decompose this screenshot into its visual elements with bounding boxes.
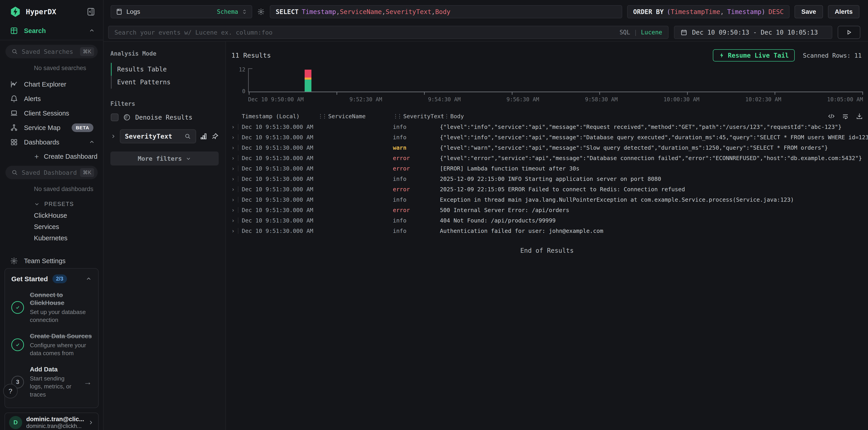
- chevron-right-icon: ›: [231, 155, 235, 161]
- sidebar-item-team-settings[interactable]: Team Settings: [0, 254, 103, 268]
- row-expander[interactable]: ›: [226, 155, 242, 161]
- cell-severity: warn: [393, 144, 440, 151]
- drag-handle-icon[interactable]: ⋮⋮: [393, 113, 401, 119]
- drag-handle-icon[interactable]: ⋮⋮: [440, 113, 448, 119]
- drag-handle-icon[interactable]: ⋮⋮: [318, 113, 326, 119]
- event-search-input[interactable]: [115, 29, 615, 36]
- row-expander[interactable]: ›: [226, 186, 242, 193]
- filters-label: Filters: [111, 100, 219, 107]
- check-circle-icon: [11, 338, 24, 351]
- create-dashboard-button[interactable]: + Create Dashboard: [0, 150, 103, 163]
- denoise-checkbox[interactable]: [111, 113, 119, 121]
- column-header-timestamp[interactable]: Timestamp (Local): [242, 113, 318, 120]
- step-title: Add Data: [30, 365, 76, 373]
- cell-body: {"level":"info","service":"api","message…: [440, 124, 868, 130]
- collapse-sidebar-icon[interactable]: [86, 7, 95, 17]
- table-row[interactable]: ›Dec 10 9:51:30.000 AMerror{"level":"err…: [226, 153, 868, 163]
- table-row[interactable]: ›Dec 10 9:51:30.000 AMwarn{"level":"warn…: [226, 142, 868, 153]
- row-expander[interactable]: ›: [226, 207, 242, 213]
- source-select[interactable]: Logs Schema: [111, 5, 252, 18]
- saved-dashboards-input[interactable]: [22, 169, 76, 176]
- chevron-up-icon[interactable]: [89, 139, 95, 145]
- wrap-text-icon[interactable]: [842, 112, 849, 120]
- run-query-button[interactable]: [838, 26, 860, 39]
- pin-icon[interactable]: [211, 132, 219, 140]
- date-range-picker[interactable]: Dec 10 09:50:13 - Dec 10 10:05:13: [674, 26, 832, 39]
- alerts-button[interactable]: Alerts: [828, 5, 859, 18]
- search-icon: [11, 48, 18, 55]
- order-by-input[interactable]: ORDER BY(TimestampTime,Timestamp)DESC: [627, 5, 789, 18]
- sidebar-item-service-map[interactable]: Service Map BETA: [0, 121, 103, 135]
- row-expander[interactable]: ›: [226, 134, 242, 141]
- mode-event-patterns[interactable]: Event Patterns: [111, 76, 219, 89]
- table-row[interactable]: ›Dec 10 9:51:30.000 AMinfoException in t…: [226, 194, 868, 205]
- download-icon[interactable]: [856, 112, 863, 120]
- table-row[interactable]: ›Dec 10 9:51:30.000 AMinfoAuthentication…: [226, 226, 868, 236]
- source-settings-gear-icon[interactable]: [257, 8, 265, 15]
- preset-services[interactable]: Services: [0, 221, 103, 232]
- preset-clickhouse[interactable]: ClickHouse: [0, 210, 103, 221]
- bar-segment-info: [305, 79, 311, 92]
- chevron-up-icon[interactable]: [86, 276, 92, 282]
- preset-kubernetes[interactable]: Kubernetes: [0, 232, 103, 244]
- sidebar-item-dashboards[interactable]: Dashboards: [0, 135, 103, 150]
- select-clause-input[interactable]: SELECTTimestamp,ServiceName,SeverityText…: [270, 5, 622, 18]
- column-header-severitytext[interactable]: ⋮⋮ SeverityText: [393, 113, 440, 120]
- chevron-up-icon[interactable]: [89, 28, 95, 34]
- row-expander[interactable]: ›: [226, 228, 242, 234]
- user-menu[interactable]: D dominic.tran@clic... dominic.tran@clic…: [4, 412, 99, 430]
- divider: [238, 197, 238, 203]
- y-axis-tick: 0: [242, 88, 245, 95]
- chevron-right-icon: ›: [231, 196, 235, 203]
- x-axis-label: 10:00:30 AM: [663, 96, 700, 103]
- x-axis-label: 9:58:30 AM: [585, 96, 618, 103]
- row-expander[interactable]: ›: [226, 165, 242, 172]
- cell-timestamp: Dec 10 9:51:30.000 AM: [242, 165, 318, 172]
- mode-results-table[interactable]: Results Table: [111, 63, 219, 76]
- severity-filter-field[interactable]: SeverityText: [120, 129, 196, 143]
- table-row[interactable]: ›Dec 10 9:51:30.000 AMinfo404 Not Found:…: [226, 215, 868, 226]
- bar-chart-icon[interactable]: [200, 132, 207, 140]
- table-row[interactable]: ›Dec 10 9:51:30.000 AMerror2025-12-09 22…: [226, 184, 868, 194]
- sidebar-item-alerts[interactable]: Alerts: [0, 92, 103, 106]
- resume-live-tail-button[interactable]: Resume Live Tail: [713, 49, 795, 62]
- lucene-toggle-option[interactable]: Lucene: [641, 29, 662, 36]
- row-expander[interactable]: ›: [226, 124, 242, 130]
- table-row[interactable]: ›Dec 10 9:51:30.000 AMinfo{"level":"info…: [226, 122, 868, 132]
- table-row[interactable]: ›Dec 10 9:51:30.000 AMinfo2025-12-09 22:…: [226, 174, 868, 184]
- code-view-icon[interactable]: [828, 112, 835, 120]
- get-started-step-add-data[interactable]: 3 Add Data Start sending logs, metrics, …: [11, 365, 92, 398]
- more-filters-label: More filters: [138, 155, 182, 162]
- row-expander[interactable]: ›: [226, 217, 242, 224]
- get-started-step-sources[interactable]: Create Data Sources Configure where your…: [11, 332, 92, 357]
- divider: [238, 145, 238, 151]
- sidebar-item-chart-explorer[interactable]: Chart Explorer: [0, 77, 103, 92]
- sidebar-item-client-sessions[interactable]: Client Sessions: [0, 106, 103, 121]
- divider: [238, 155, 238, 161]
- chevron-right-icon[interactable]: [111, 133, 116, 139]
- row-expander[interactable]: ›: [226, 176, 242, 182]
- saved-searches-input[interactable]: [22, 48, 76, 55]
- table-row[interactable]: ›Dec 10 9:51:30.000 AMinfo{"level":"info…: [226, 132, 868, 142]
- sql-toggle-option[interactable]: SQL: [619, 29, 630, 36]
- x-axis-label: 9:52:30 AM: [349, 96, 382, 103]
- denoise-row: Denoise Results: [111, 113, 219, 121]
- sidebar-item-label: Alerts: [24, 95, 41, 103]
- get-started-step-connect[interactable]: Connect to ClickHouse Set up your databa…: [11, 291, 92, 324]
- table-row[interactable]: ›Dec 10 9:51:30.000 AMerror[ERROR] Lambd…: [226, 163, 868, 174]
- column-header-servicename[interactable]: ⋮⋮ ServiceName: [318, 113, 393, 120]
- sidebar: HyperDX Search ⌘K No saved searches: [0, 0, 103, 430]
- more-filters-button[interactable]: More filters: [111, 152, 219, 165]
- save-button[interactable]: Save: [795, 5, 823, 18]
- divider: [0, 40, 103, 40]
- bell-icon: [10, 95, 18, 103]
- row-expander[interactable]: ›: [226, 144, 242, 151]
- results-histogram: 12 0 Dec 10 9:50:00 AM9:52:30 AM9:54:30 …: [226, 66, 868, 103]
- sidebar-item-search[interactable]: Search: [0, 24, 103, 38]
- column-header-body[interactable]: ⋮⋮ Body: [440, 113, 464, 120]
- table-row[interactable]: ›Dec 10 9:51:30.000 AMerror500 Internal …: [226, 205, 868, 215]
- help-button[interactable]: ?: [3, 384, 18, 398]
- cell-body: 2025-12-09 22:15:00 INFO Starting applic…: [440, 176, 868, 182]
- row-expander[interactable]: ›: [226, 196, 242, 203]
- presets-toggle[interactable]: PRESETS: [0, 198, 103, 210]
